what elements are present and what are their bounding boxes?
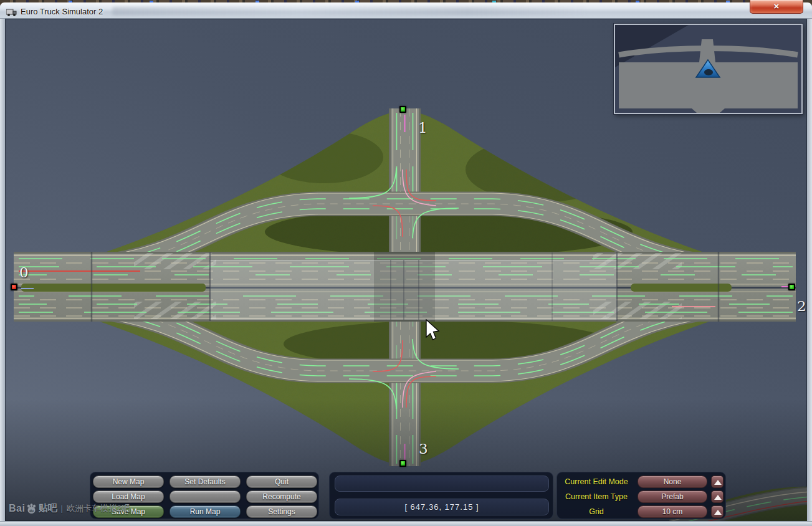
window-border-right xyxy=(807,17,812,521)
chevron-up-icon xyxy=(714,480,722,485)
grid-label: Grid xyxy=(558,505,634,518)
titlebar-glass-reflection xyxy=(112,7,586,16)
chevron-up-icon xyxy=(714,510,722,515)
node-label-1: 1 xyxy=(418,121,427,135)
watermark-brand-cn: 贴吧 xyxy=(38,502,57,514)
minimap[interactable] xyxy=(614,24,803,114)
window-titlebar: Euro Truck Simulator 2 xyxy=(0,2,812,19)
edit-mode-spinner[interactable] xyxy=(711,476,724,488)
window-title: Euro Truck Simulator 2 xyxy=(21,7,103,16)
close-button[interactable]: × xyxy=(750,0,803,14)
window-border-left xyxy=(0,17,5,521)
settings-button[interactable]: Settings xyxy=(246,505,317,518)
set-defaults-button[interactable]: Set Defaults xyxy=(170,476,241,488)
node-label-0: 0 xyxy=(19,265,29,280)
minimap-vertical-road-bottom xyxy=(692,108,725,113)
quit-button[interactable]: Quit xyxy=(246,476,317,488)
new-map-button[interactable]: New Map xyxy=(93,476,164,488)
map-node-1[interactable] xyxy=(399,106,406,113)
node-label-2: 2 xyxy=(797,299,806,313)
toolbar-settings-panel: Current Edit Mode None Current Item Type… xyxy=(556,472,726,519)
load-map-button[interactable]: Load Map xyxy=(93,490,164,503)
watermark-community: 欧洲卡车模拟2吧 xyxy=(67,503,130,514)
grid-spinner[interactable] xyxy=(711,505,724,518)
app-icon xyxy=(6,7,17,17)
window-border-bottom xyxy=(0,521,812,526)
grid-value[interactable]: 10 cm xyxy=(638,505,707,518)
map-node-0[interactable] xyxy=(11,284,17,290)
status-box xyxy=(335,476,549,492)
watermark-brand: Bai xyxy=(9,503,25,514)
toolbar-status-panel: [ 647.36, 177.15 ] xyxy=(329,472,553,519)
edit-mode-value[interactable]: None xyxy=(638,476,707,488)
coordinates-display: [ 647.36, 177.15 ] xyxy=(335,499,549,515)
map-node-2[interactable] xyxy=(788,284,795,290)
item-type-label: Current Item Type xyxy=(558,490,634,503)
minimap-vertical-road-top xyxy=(699,39,715,62)
chevron-up-icon xyxy=(714,495,722,500)
minimap-canvas xyxy=(615,25,801,113)
watermark-separator: | xyxy=(60,504,62,513)
edit-mode-label: Current Edit Mode xyxy=(558,476,634,488)
baidu-tieba-watermark: Bai du 贴吧 | 欧洲卡车模拟2吧 xyxy=(9,502,130,514)
map-node-3[interactable] xyxy=(399,460,406,467)
svg-text:du: du xyxy=(30,509,34,512)
minimap-unexplored-area xyxy=(615,25,689,67)
baidu-paw-icon: du xyxy=(26,503,37,514)
item-type-value[interactable]: Prefab xyxy=(638,490,707,503)
run-map-button[interactable]: Run Map xyxy=(170,505,241,518)
recompute-button[interactable]: Recompute xyxy=(246,490,317,503)
node-label-3: 3 xyxy=(419,442,428,456)
item-type-spinner[interactable] xyxy=(711,490,724,503)
blank-button[interactable] xyxy=(170,490,241,503)
